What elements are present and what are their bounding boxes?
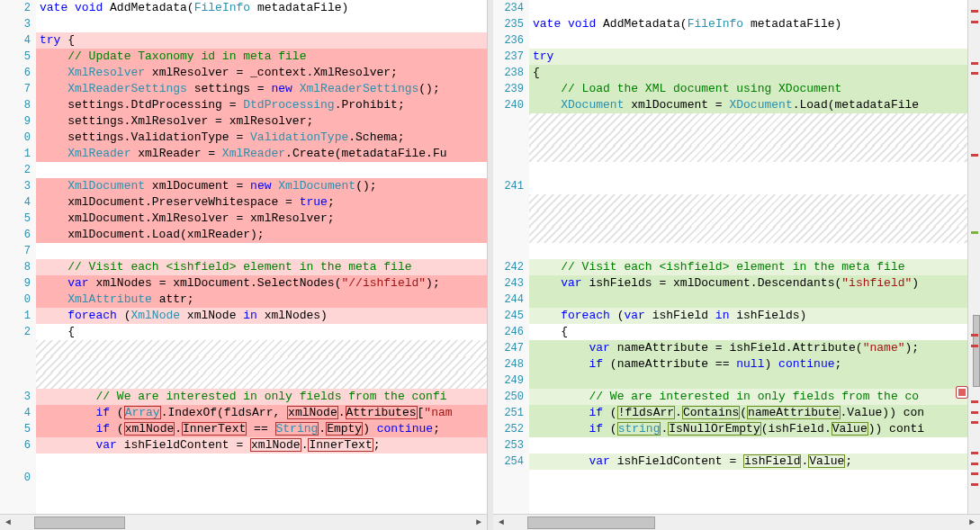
- line-number: 241: [493, 178, 529, 194]
- line-number: 2: [0, 324, 36, 340]
- code-line[interactable]: [36, 356, 487, 373]
- right-code[interactable]: vate void AddMetadata(FileInfo metadataF…: [529, 0, 967, 514]
- code-line[interactable]: // Update Taxonomy id in meta file: [36, 49, 487, 65]
- right-code-area[interactable]: 2342352362372382392402412422432442452462…: [493, 0, 980, 514]
- code-line[interactable]: [529, 32, 967, 49]
- code-line[interactable]: [529, 243, 967, 259]
- code-line[interactable]: XDocument xmlDocument = XDocument.Load(m…: [529, 97, 967, 113]
- diff-mark[interactable]: [971, 421, 978, 424]
- diff-mark[interactable]: [971, 62, 978, 65]
- code-line[interactable]: foreach (XmlNode xmlNode in xmlNodes): [36, 308, 487, 324]
- code-line[interactable]: [36, 340, 487, 356]
- code-line[interactable]: // We are interested in only fields from…: [529, 389, 967, 405]
- right-overview-strip[interactable]: [967, 0, 980, 514]
- code-line[interactable]: XmlAttribute attr;: [36, 292, 487, 308]
- overview-thumb[interactable]: [973, 315, 980, 387]
- code-line[interactable]: [529, 162, 967, 178]
- diff-mark[interactable]: [971, 21, 978, 23]
- code-line[interactable]: [529, 227, 967, 243]
- line-number: [0, 340, 36, 356]
- code-line[interactable]: [529, 194, 967, 211]
- diff-mark[interactable]: [971, 334, 978, 337]
- code-line[interactable]: [529, 130, 967, 146]
- line-number: 2: [0, 0, 36, 16]
- line-number: 8: [0, 259, 36, 275]
- code-line[interactable]: // We are interested in only fields from…: [36, 389, 487, 405]
- code-line[interactable]: settings.DtdProcessing = DtdProcessing.P…: [36, 97, 487, 113]
- code-line[interactable]: [36, 373, 487, 389]
- code-line[interactable]: [529, 437, 967, 454]
- code-line[interactable]: [36, 454, 487, 470]
- diff-mark[interactable]: [971, 10, 978, 13]
- code-line[interactable]: foreach (var ishField in ishFields): [529, 308, 967, 324]
- code-line[interactable]: [529, 373, 967, 389]
- code-line[interactable]: [529, 113, 967, 130]
- diff-mark[interactable]: [971, 452, 978, 454]
- diff-mark[interactable]: [971, 72, 978, 75]
- code-line[interactable]: var xmlNodes = xmlDocument.SelectNodes("…: [36, 275, 487, 292]
- code-line[interactable]: [529, 292, 967, 308]
- code-line[interactable]: xmlDocument.Load(xmlReader);: [36, 227, 487, 243]
- diff-mark[interactable]: [971, 411, 978, 414]
- code-line[interactable]: if (string.IsNullOrEmpty(ishField.Value)…: [529, 421, 967, 437]
- code-line[interactable]: XmlDocument xmlDocument = new XmlDocumen…: [36, 178, 487, 194]
- code-line[interactable]: {: [529, 65, 967, 81]
- code-line[interactable]: try: [529, 49, 967, 65]
- right-hscroll[interactable]: ◄ ►: [493, 514, 980, 530]
- code-line[interactable]: xmlDocument.XmlResolver = xmlResolver;: [36, 211, 487, 227]
- code-line[interactable]: XmlResolver xmlResolver = _context.XmlRe…: [36, 65, 487, 81]
- left-hscroll-thumb[interactable]: [34, 517, 125, 529]
- diff-mark[interactable]: [971, 231, 978, 234]
- code-line[interactable]: var ishFields = xmlDocument.Descendants(…: [529, 275, 967, 292]
- right-hscroll-track[interactable]: [509, 515, 964, 531]
- code-line[interactable]: // Load the XML document using XDocument: [529, 81, 967, 97]
- code-line[interactable]: [36, 16, 487, 32]
- code-line[interactable]: if (Array.IndexOf(fldsArr, xmlNode.Attri…: [36, 405, 487, 421]
- left-code[interactable]: vate void AddMetadata(FileInfo metadataF…: [36, 0, 487, 514]
- code-line[interactable]: vate void AddMetadata(FileInfo metadataF…: [36, 0, 487, 16]
- current-diff-marker-icon[interactable]: [957, 387, 967, 398]
- code-line[interactable]: var ishFieldContent = ishField.Value;: [529, 454, 967, 470]
- code-line[interactable]: vate void AddMetadata(FileInfo metadataF…: [529, 16, 967, 32]
- scroll-right-arrow-icon[interactable]: ►: [471, 515, 487, 531]
- diff-mark[interactable]: [971, 472, 978, 475]
- code-line[interactable]: var nameAttribute = ishField.Attribute("…: [529, 340, 967, 356]
- code-line[interactable]: {: [529, 324, 967, 340]
- diff-mark[interactable]: [971, 463, 978, 465]
- code-line[interactable]: try {: [36, 32, 487, 49]
- diff-mark[interactable]: [971, 345, 978, 347]
- code-line[interactable]: [529, 211, 967, 227]
- code-line[interactable]: settings.ValidationType = ValidationType…: [36, 130, 487, 146]
- code-line[interactable]: settings.XmlResolver = xmlResolver;: [36, 113, 487, 130]
- line-number: 7: [0, 81, 36, 97]
- line-number: 236: [493, 32, 529, 49]
- left-hscroll-track[interactable]: [16, 515, 471, 531]
- scroll-left-arrow-icon[interactable]: ◄: [0, 515, 16, 531]
- code-line[interactable]: [529, 178, 967, 194]
- line-number: 4: [0, 32, 36, 49]
- code-line[interactable]: {: [36, 324, 487, 340]
- scroll-right-arrow-icon[interactable]: ►: [964, 515, 980, 531]
- code-line[interactable]: [529, 146, 967, 162]
- code-line[interactable]: var ishFieldContent = xmlNode.InnerText;: [36, 437, 487, 454]
- line-number: 248: [493, 356, 529, 373]
- code-line[interactable]: if (nameAttribute == null) continue;: [529, 356, 967, 373]
- code-line[interactable]: if (!fldsArr.Contains(nameAttribute.Valu…: [529, 405, 967, 421]
- code-line[interactable]: if (xmlNode.InnerText == String.Empty) c…: [36, 421, 487, 437]
- code-line[interactable]: // Visit each <ishfield> element in the …: [529, 259, 967, 275]
- code-line[interactable]: XmlReader xmlReader = XmlReader.Create(m…: [36, 146, 487, 162]
- left-code-area[interactable]: 23456789012345678901234560 vate void Add…: [0, 0, 487, 514]
- line-number: 6: [0, 227, 36, 243]
- code-line[interactable]: [529, 0, 967, 16]
- code-line[interactable]: [36, 243, 487, 259]
- diff-mark[interactable]: [971, 154, 978, 157]
- code-line[interactable]: // Visit each <ishfield> element in the …: [36, 259, 487, 275]
- left-hscroll[interactable]: ◄ ►: [0, 514, 487, 530]
- code-line[interactable]: xmlDocument.PreserveWhitespace = true;: [36, 194, 487, 211]
- code-line[interactable]: [36, 162, 487, 178]
- right-hscroll-thumb[interactable]: [527, 517, 654, 529]
- diff-mark[interactable]: [971, 400, 978, 403]
- diff-mark[interactable]: [971, 483, 978, 486]
- scroll-left-arrow-icon[interactable]: ◄: [493, 515, 509, 531]
- code-line[interactable]: XmlReaderSettings settings = new XmlRead…: [36, 81, 487, 97]
